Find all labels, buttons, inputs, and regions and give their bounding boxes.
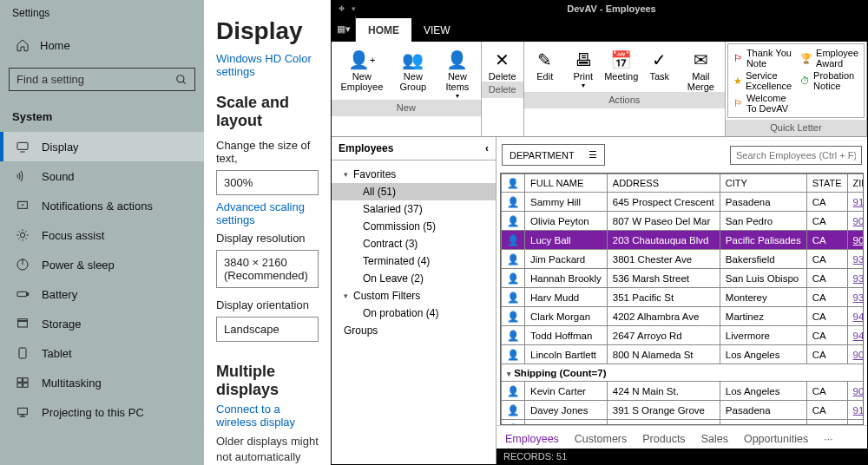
- col-city[interactable]: CITY: [720, 174, 806, 193]
- bottomnav-···[interactable]: ···: [824, 433, 832, 445]
- nav-tablet[interactable]: Tablet: [0, 338, 204, 368]
- zip-link[interactable]: 93401: [853, 273, 864, 284]
- group-row[interactable]: ▾ Shipping (Count=7): [502, 364, 865, 382]
- tree-favorites[interactable]: ▾Favorites: [332, 166, 496, 183]
- print-button[interactable]: 🖶Print▾: [564, 45, 602, 92]
- table-row[interactable]: 👤Lucy Ball203 Chautauqua BlvdPacific Pal…: [502, 231, 865, 250]
- orientation-label: Display orientation: [204, 293, 331, 313]
- quick-thank[interactable]: 🏳Thank You Note: [733, 48, 792, 69]
- bottomnav-employees[interactable]: Employees: [505, 433, 559, 445]
- table-row[interactable]: 👤Lincoln Bartlett800 N Alameda StLos Ang…: [502, 345, 865, 364]
- tree-all[interactable]: All (51): [332, 183, 496, 200]
- table-row[interactable]: 👤Olivia Peyton807 W Paseo Del MarSan Ped…: [502, 212, 865, 231]
- zip-link[interactable]: 90272: [853, 235, 864, 246]
- table-row[interactable]: 👤Sammy Hill645 Prospect CrescentPasadena…: [502, 193, 865, 212]
- tree-groups[interactable]: Groups: [332, 322, 496, 339]
- tree-commission[interactable]: Commission (5): [332, 218, 496, 235]
- quick-probation[interactable]: ⏱Probation Notice: [800, 70, 858, 91]
- table-row[interactable]: 👤Hannah Brookly536 Marsh StreetSan Luis …: [502, 269, 865, 288]
- nav-sound[interactable]: Sound: [0, 161, 204, 191]
- nav-icon: [16, 169, 30, 183]
- nav-header: Employees‹: [332, 137, 496, 160]
- col-zip[interactable]: ZIP CODE: [847, 174, 864, 193]
- zip-link[interactable]: 91103: [853, 197, 864, 207]
- tab-view[interactable]: VIEW: [411, 18, 463, 42]
- edit-button[interactable]: ✎Edit: [526, 45, 564, 92]
- tree-terminated[interactable]: Terminated (4): [332, 252, 496, 270]
- bottomnav-customers[interactable]: Customers: [575, 433, 627, 445]
- person-icon: 👤: [502, 326, 525, 345]
- home-nav[interactable]: Home: [0, 29, 204, 61]
- col-address[interactable]: ADDRESS: [607, 174, 720, 193]
- zip-link[interactable]: 90731: [853, 216, 864, 226]
- svg-rect-17: [23, 383, 28, 388]
- group-actions: ✎Edit 🖶Print▾ 📅Meeting ✓Task ✉Mail Merge…: [524, 42, 726, 136]
- task-button[interactable]: ✓Task: [641, 45, 679, 92]
- scale-select[interactable]: 300%: [216, 170, 319, 195]
- table-row[interactable]: 👤Todd Hoffman2647 Arroyo RdLivermoreCA94…: [502, 326, 865, 345]
- tree-contract[interactable]: Contract (3): [332, 235, 496, 252]
- hdcolor-link[interactable]: Windows HD Color settings: [204, 52, 331, 78]
- col-fullname[interactable]: FULL NAME: [525, 174, 608, 193]
- zip-link[interactable]: 90012: [853, 350, 864, 360]
- zip-link[interactable]: 91184: [853, 405, 864, 416]
- quick-award[interactable]: 🏆Employee Award: [800, 48, 858, 69]
- nav-battery[interactable]: Battery: [0, 279, 204, 309]
- tab-home[interactable]: HOME: [356, 18, 411, 42]
- col-state[interactable]: STATE: [806, 174, 847, 193]
- zip-link[interactable]: 93301: [853, 254, 864, 265]
- department-filter[interactable]: DEPARTMENT☰: [502, 144, 605, 166]
- nav-focus-assist[interactable]: Focus assist: [0, 220, 204, 250]
- svg-rect-9: [17, 291, 27, 296]
- table-row[interactable]: 👤Clark Morgan4202 Alhambra AveMartinezCA…: [502, 307, 865, 326]
- zip-link[interactable]: 90012: [853, 386, 864, 396]
- zip-link[interactable]: 94550: [853, 331, 864, 341]
- new-items-button[interactable]: 👤New Items▾: [436, 45, 479, 100]
- module-switcher[interactable]: ▦▾: [332, 16, 356, 42]
- nav-multitasking[interactable]: Multitasking: [0, 368, 204, 397]
- new-group-button[interactable]: 👥New Group: [391, 45, 436, 100]
- table-row[interactable]: 👤Jim Packard3801 Chester AveBakersfieldC…: [502, 250, 865, 269]
- nav-icon: [16, 376, 30, 390]
- employees-grid[interactable]: 👤 FULL NAME ADDRESS CITY STATE ZIP CODE …: [500, 173, 864, 425]
- col-person-icon[interactable]: 👤: [502, 174, 525, 193]
- adv-scaling-link[interactable]: Advanced scaling settings: [204, 200, 331, 226]
- nav-display[interactable]: Display: [0, 132, 204, 161]
- quick-welcome[interactable]: 🏳Welcome To DevAV: [733, 93, 792, 114]
- table-row[interactable]: 👤Kevin Carter424 N Main St.Los AngelesCA…: [502, 382, 865, 401]
- settings-search-input[interactable]: [16, 73, 175, 86]
- tree-onleave[interactable]: On Leave (2): [332, 270, 496, 287]
- meeting-button[interactable]: 📅Meeting: [602, 45, 641, 92]
- new-employee-button[interactable]: 👤+New Employee: [333, 45, 391, 100]
- bottomnav-opportunities[interactable]: Opportunities: [744, 433, 808, 445]
- bottomnav-sales[interactable]: Sales: [701, 433, 728, 445]
- orientation-select[interactable]: Landscape: [216, 317, 319, 342]
- mail-merge-button[interactable]: ✉Mail Merge: [679, 45, 723, 92]
- nav-icon: [16, 228, 30, 242]
- table-row[interactable]: 👤Harv Mudd351 Pacific StMontereyCA93940h…: [502, 288, 865, 307]
- search-employees-input[interactable]: [730, 146, 862, 165]
- table-row[interactable]: 👤Davey Jones391 S Orange GrovePasadenaCA…: [502, 401, 865, 420]
- main-area: DEPARTMENT☰ 👤 FULL NAME ADDRESS CITY STA…: [496, 137, 867, 464]
- resolution-label: Display resolution: [204, 226, 331, 246]
- nav-power-sleep[interactable]: Power & sleep: [0, 250, 204, 279]
- collapse-icon[interactable]: ‹: [485, 142, 489, 154]
- zip-link[interactable]: 93940: [853, 292, 864, 303]
- tree-salaried[interactable]: Salaried (37): [332, 200, 496, 218]
- svg-point-0: [177, 75, 184, 82]
- connect-wireless-link[interactable]: Connect to a wireless display: [204, 403, 331, 429]
- tree-probation[interactable]: On probation (4): [332, 305, 496, 322]
- delete-button[interactable]: ✕Delete: [483, 45, 522, 82]
- nav-storage[interactable]: Storage: [0, 309, 204, 338]
- resolution-select[interactable]: 3840 × 2160 (Recommended): [216, 250, 319, 288]
- settings-search[interactable]: [9, 68, 195, 91]
- nav-projecting-to-this-pc[interactable]: Projecting to this PC: [0, 397, 204, 427]
- tree-custom[interactable]: ▾Custom Filters: [332, 287, 496, 305]
- svg-rect-12: [18, 319, 28, 321]
- bottomnav-products[interactable]: Products: [642, 433, 685, 445]
- category-header: System: [0, 100, 204, 132]
- svg-rect-2: [17, 142, 28, 149]
- quick-service[interactable]: ★Service Excellence: [733, 70, 792, 91]
- zip-link[interactable]: 94553: [853, 311, 864, 322]
- nav-notifications-actions[interactable]: Notifications & actions: [0, 191, 204, 220]
